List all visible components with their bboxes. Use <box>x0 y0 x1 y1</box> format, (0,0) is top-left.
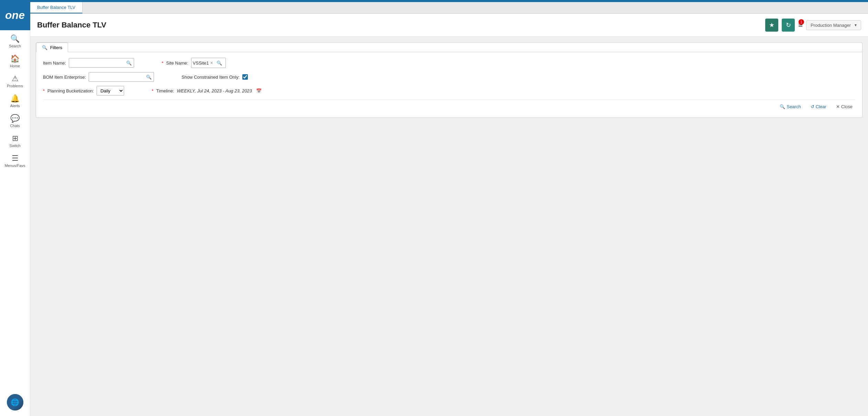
site-name-container: VSSite1 × 🔍 <box>191 58 226 68</box>
tab-label: Buffer Balance TLV <box>37 5 75 10</box>
filter-row-3: * Planning Bucketization: Daily Weekly M… <box>43 86 855 95</box>
close-action-icon: ✕ <box>836 104 840 109</box>
item-name-search-icon[interactable]: 🔍 <box>124 59 134 67</box>
bucketization-label: Planning Bucketization: <box>47 88 94 93</box>
star-icon: ★ <box>769 21 774 29</box>
filters-tab-label: Filters <box>50 45 62 50</box>
sidebar-label-chats: Chats <box>10 124 20 128</box>
sidebar-label-problems: Problems <box>7 84 23 88</box>
bucketization-required-star: * <box>43 88 45 93</box>
chat-icon: 💬 <box>10 115 20 122</box>
sidebar-item-search[interactable]: 🔍 Search <box>0 32 30 52</box>
notification-badge: 1 <box>799 19 804 25</box>
site-name-required-star: * <box>162 60 163 66</box>
bom-input-wrapper: 🔍 <box>89 72 154 82</box>
search-action-icon: 🔍 <box>780 104 785 109</box>
bell-icon: 🔔 <box>10 95 20 102</box>
site-tag-value: VSSite1 <box>193 60 209 66</box>
site-tag-remove[interactable]: × <box>210 60 213 66</box>
menu-button[interactable]: ≡ 1 <box>798 21 803 30</box>
sidebar-item-chats[interactable]: 💬 Chats <box>0 111 30 131</box>
item-name-label: Item Name: <box>43 60 66 66</box>
content-area: 🔍 Filters Item Name: 🔍 * <box>30 37 868 416</box>
sidebar-label-switch: Switch <box>9 144 20 148</box>
sidebar-item-problems[interactable]: ⚠ Problems <box>0 71 30 91</box>
tab-bar: Buffer Balance TLV <box>30 2 868 14</box>
constrained-checkbox[interactable] <box>242 74 248 80</box>
timeline-label: Timeline: <box>156 88 174 93</box>
refresh-button[interactable]: ↻ <box>782 19 795 32</box>
menu-icon: ☰ <box>12 155 19 162</box>
page-title: Buffer Balance TLV <box>37 21 106 30</box>
filters-tab[interactable]: 🔍 Filters <box>36 43 68 52</box>
bucketization-select[interactable]: Daily Weekly Monthly <box>97 86 124 95</box>
clear-action-label: Clear <box>816 104 826 109</box>
filter-row-2: BOM Item Enterprise: 🔍 Show Constrained … <box>43 72 855 82</box>
user-label: Production Manager <box>811 23 851 28</box>
timeline-value: WEEKLY, Jul 24, 2023 - Aug 23, 2023 <box>177 88 252 93</box>
filter-group-bom: BOM Item Enterprise: 🔍 <box>43 72 154 82</box>
main-content: Buffer Balance TLV Buffer Balance TLV ★ … <box>30 0 868 416</box>
site-name-search-icon[interactable]: 🔍 <box>215 59 224 67</box>
warning-icon: ⚠ <box>12 75 19 82</box>
calendar-icon[interactable]: 📅 <box>256 88 262 93</box>
filter-row-1: Item Name: 🔍 * Site Name: VSSite1 × 🔍 <box>43 58 855 68</box>
filters-body: Item Name: 🔍 * Site Name: VSSite1 × 🔍 <box>36 52 862 117</box>
filter-group-constrained: Show Constrained Item Only: <box>182 74 248 80</box>
search-action-label: Search <box>787 104 801 109</box>
sidebar: one 🔍 Search 🏠 Home ⚠ Problems 🔔 Alerts … <box>0 0 30 416</box>
filter-group-timeline: * Timeline: WEEKLY, Jul 24, 2023 - Aug 2… <box>152 88 262 93</box>
user-avatar[interactable]: 🌐 <box>7 394 23 411</box>
clear-action-icon: ↺ <box>811 104 814 109</box>
filters-panel: 🔍 Filters Item Name: 🔍 * <box>36 42 862 118</box>
refresh-icon: ↻ <box>786 21 791 29</box>
close-action-label: Close <box>841 104 853 109</box>
filter-icon: 🔍 <box>42 45 47 50</box>
header-actions: ★ ↻ ≡ 1 Production Manager ▾ <box>765 19 861 32</box>
tab-buffer-balance-tlv[interactable]: Buffer Balance TLV <box>30 2 83 13</box>
bom-input[interactable] <box>89 72 144 81</box>
sidebar-item-home[interactable]: 🏠 Home <box>0 52 30 71</box>
search-icon: 🔍 <box>10 35 20 43</box>
sidebar-label-alerts: Alerts <box>10 104 20 108</box>
sidebar-item-switch[interactable]: ⊞ Switch <box>0 131 30 151</box>
sidebar-item-menus-favs[interactable]: ☰ Menus/Favs <box>0 151 30 171</box>
sidebar-label-home: Home <box>10 64 20 68</box>
user-dropdown[interactable]: Production Manager ▾ <box>806 20 861 30</box>
sidebar-label-search: Search <box>9 44 21 48</box>
search-button[interactable]: 🔍 Search <box>777 103 803 111</box>
sidebar-item-alerts[interactable]: 🔔 Alerts <box>0 91 30 111</box>
close-button[interactable]: ✕ Close <box>833 103 855 111</box>
constrained-label: Show Constrained Item Only: <box>182 75 240 80</box>
chevron-down-icon: ▾ <box>855 23 857 27</box>
page-header: Buffer Balance TLV ★ ↻ ≡ 1 Production Ma… <box>30 14 868 37</box>
filters-actions: 🔍 Search ↺ Clear ✕ Close <box>43 100 855 111</box>
switch-icon: ⊞ <box>12 135 18 142</box>
bom-label: BOM Item Enterprise: <box>43 75 86 80</box>
filter-group-item-name: Item Name: 🔍 <box>43 58 134 68</box>
item-name-input[interactable] <box>69 58 124 67</box>
filter-group-bucketization: * Planning Bucketization: Daily Weekly M… <box>43 86 124 95</box>
avatar-icon: 🌐 <box>11 398 19 406</box>
logo-text: one <box>5 9 25 22</box>
timeline-required-star: * <box>152 88 153 93</box>
filter-group-site-name: * Site Name: VSSite1 × 🔍 <box>162 58 226 68</box>
app-logo[interactable]: one <box>0 0 30 30</box>
favorite-button[interactable]: ★ <box>765 19 778 32</box>
site-name-label: Site Name: <box>166 60 188 66</box>
sidebar-label-menus-favs: Menus/Favs <box>5 164 25 168</box>
avatar-inner: 🌐 <box>7 394 23 411</box>
item-name-input-wrapper: 🔍 <box>69 58 134 68</box>
bom-search-icon[interactable]: 🔍 <box>144 73 154 81</box>
home-icon: 🏠 <box>10 55 20 63</box>
clear-button[interactable]: ↺ Clear <box>808 103 829 111</box>
